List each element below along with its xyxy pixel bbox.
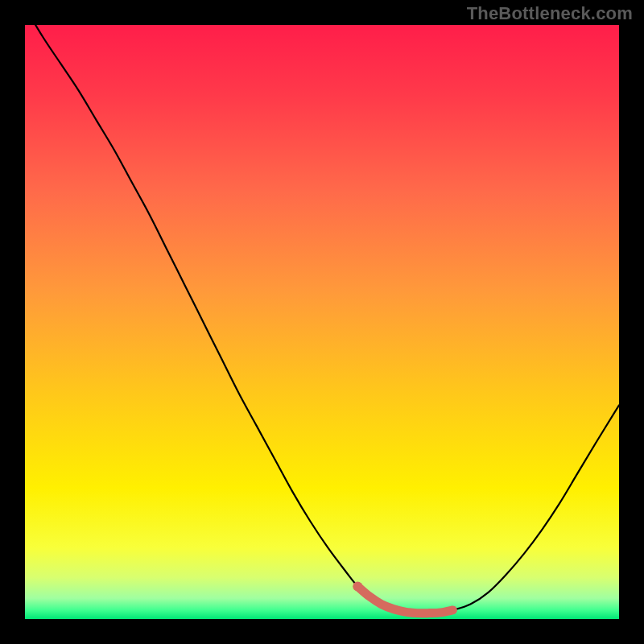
chart-root: TheBottleneck.com [0, 0, 644, 644]
watermark-text: TheBottleneck.com [467, 3, 633, 24]
gradient-background [25, 25, 619, 619]
plot-area [25, 25, 619, 619]
svg-point-0 [353, 581, 362, 591]
